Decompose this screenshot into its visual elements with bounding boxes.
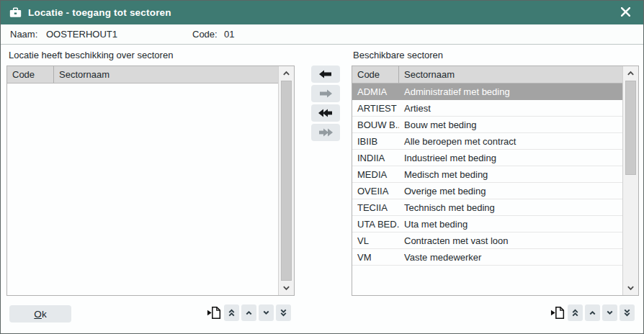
dialog-window: Locatie - toegang tot sectoren Naam: OOS…: [0, 0, 644, 334]
chevron-double-down-icon: [279, 307, 288, 318]
table-row[interactable]: VMVaste medewerker: [352, 249, 622, 266]
move-all-left-button[interactable]: [311, 104, 340, 122]
table-row[interactable]: BOUW B...Bouw met beding: [352, 117, 622, 133]
table-header: Code Sectornaam: [352, 66, 622, 84]
cell-code: ADMIA: [352, 86, 399, 97]
cell-sectornaam: Medisch met beding: [399, 169, 622, 180]
move-right-button[interactable]: [311, 85, 340, 102]
table-header: Code Sectornaam: [7, 66, 278, 84]
close-icon: [621, 7, 630, 19]
cell-sectornaam: Contracten met vast loon: [399, 235, 622, 246]
right-panel-title: Beschikbare sectoren: [353, 50, 443, 60]
chevron-down-icon: [261, 308, 271, 317]
chevron-up-icon: [588, 308, 597, 317]
transfer-button-group: [311, 66, 340, 141]
chevron-double-up-icon: [571, 307, 580, 318]
cell-code: UTA BED...: [352, 219, 399, 230]
table-row[interactable]: MEDIAMedisch met beding: [352, 166, 622, 183]
page-last-button[interactable]: [620, 304, 635, 321]
right-nav-button-group: [550, 304, 635, 321]
scrollbar-thumb[interactable]: [281, 81, 292, 281]
cell-code: OVEIIA: [352, 186, 399, 197]
goto-record-icon: [207, 305, 222, 320]
goto-record-button[interactable]: [206, 304, 222, 321]
goto-record-icon: [550, 305, 565, 320]
row-down-button[interactable]: [259, 304, 274, 321]
assigned-sectors-table: Code Sectornaam: [6, 66, 295, 296]
code-label: Code:: [192, 29, 218, 40]
left-panel-title: Locatie heeft beschikking over sectoren: [9, 50, 173, 60]
cell-sectornaam: Bouw met beding: [399, 119, 622, 130]
table-row[interactable]: VLContracten met vast loon: [352, 233, 622, 249]
arrow-right-icon: [318, 89, 333, 98]
column-header-sectornaam[interactable]: Sectornaam: [399, 66, 622, 83]
chevron-up-icon: [244, 308, 254, 317]
cell-sectornaam: Uta met beding: [399, 219, 622, 230]
scrollbar-track[interactable]: [281, 81, 292, 281]
cell-code: MEDIA: [352, 169, 399, 180]
arrow-left-icon: [318, 70, 333, 78]
cell-code: BOUW B...: [352, 119, 399, 130]
cell-sectornaam: Overige met beding: [399, 186, 622, 197]
cell-sectornaam: Artiest: [399, 103, 622, 114]
titlebar: Locatie - toegang tot sectoren: [1, 1, 643, 24]
chevron-double-down-icon: [622, 307, 632, 318]
chevron-double-up-icon: [227, 307, 236, 318]
naam-value: OOSTERHOUT1: [46, 29, 117, 40]
table-body: [7, 84, 278, 295]
scrollbar[interactable]: [278, 66, 294, 295]
table-row[interactable]: INDIIAIndustrieel met beding: [352, 150, 622, 166]
table-row[interactable]: OVEIIAOverige met beding: [352, 183, 622, 199]
column-header-code[interactable]: Code: [7, 66, 54, 83]
row-up-button[interactable]: [241, 304, 256, 321]
cell-code: TECIIA: [352, 202, 399, 213]
chevron-down-icon: [605, 308, 614, 317]
column-header-sectornaam[interactable]: Sectornaam: [54, 66, 278, 83]
scrollbar-down-icon[interactable]: [279, 281, 294, 295]
info-bar: Naam: OOSTERHOUT1 Code: 01: [1, 24, 643, 45]
cell-sectornaam: Administratief met beding: [399, 86, 622, 97]
window-title: Locatie - toegang tot sectoren: [28, 7, 171, 18]
column-header-code[interactable]: Code: [352, 66, 399, 83]
scrollbar-up-icon[interactable]: [623, 66, 638, 81]
scrollbar-up-icon[interactable]: [279, 66, 294, 81]
cell-sectornaam: Vaste medewerker: [399, 252, 622, 263]
scrollbar-down-icon[interactable]: [623, 281, 638, 295]
close-button[interactable]: [617, 4, 635, 22]
cell-code: INDIIA: [352, 153, 399, 163]
cell-sectornaam: Industrieel met beding: [399, 153, 622, 163]
cell-code: ARTIEST: [352, 103, 399, 114]
table-row[interactable]: ADMIAAdministratief met beding: [352, 84, 622, 100]
cell-sectornaam: Alle beroepen met contract: [399, 136, 622, 147]
table-row[interactable]: UTA BED...Uta met beding: [352, 216, 622, 233]
scrollbar-thumb[interactable]: [625, 81, 636, 175]
available-sectors-table: Code Sectornaam ADMIAAdministratief met …: [352, 66, 639, 296]
page-first-button[interactable]: [568, 304, 583, 321]
table-row[interactable]: IBIIBAlle beroepen met contract: [352, 133, 622, 150]
double-arrow-right-icon: [318, 128, 333, 137]
cell-code: VM: [352, 252, 399, 263]
move-left-button[interactable]: [311, 66, 340, 83]
page-first-button[interactable]: [224, 304, 239, 321]
cell-sectornaam: Technisch met beding: [399, 202, 622, 213]
move-all-right-button[interactable]: [311, 124, 340, 141]
double-arrow-left-icon: [318, 109, 333, 117]
scrollbar[interactable]: [622, 66, 638, 295]
table-row[interactable]: TECIIATechnisch met beding: [352, 199, 622, 216]
cell-code: IBIIB: [352, 136, 399, 147]
naam-label: Naam:: [10, 29, 37, 40]
page-last-button[interactable]: [276, 304, 291, 321]
left-nav-button-group: [206, 304, 291, 321]
code-value: 01: [224, 29, 234, 40]
briefcase-icon: [9, 7, 22, 18]
table-row[interactable]: ARTIESTArtiest: [352, 100, 622, 117]
cell-code: VL: [352, 235, 399, 246]
ok-button[interactable]: Ok: [9, 305, 71, 322]
table-body: ADMIAAdministratief met bedingARTIESTArt…: [352, 84, 622, 295]
goto-record-button[interactable]: [550, 304, 565, 321]
scrollbar-track[interactable]: [625, 81, 636, 281]
row-up-button[interactable]: [585, 304, 600, 321]
row-down-button[interactable]: [602, 304, 617, 321]
